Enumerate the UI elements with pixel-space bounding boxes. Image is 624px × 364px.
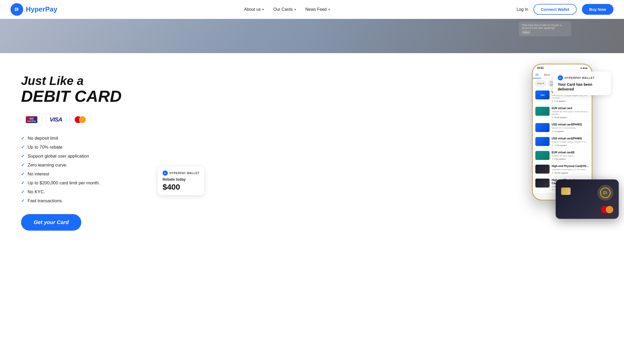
mastercard-on-card bbox=[601, 206, 613, 213]
features-list: ✓ No deposit limit ✓ Up to 70% rebate ✓ … bbox=[21, 136, 147, 204]
physical-card bbox=[556, 179, 619, 219]
notif-rebate-brand: HYPERPAY WALLET bbox=[169, 171, 199, 175]
card-thumb: VISA bbox=[535, 90, 550, 99]
card-thumb bbox=[535, 123, 550, 132]
chevron-down-icon: ▾ bbox=[262, 8, 264, 11]
check-icon: ✓ bbox=[21, 154, 24, 159]
hero-banner: How long does it take to receive a physi… bbox=[0, 19, 624, 53]
buy-now-button[interactable]: Buy Now bbox=[582, 4, 613, 15]
visa-badge: VISA bbox=[45, 113, 67, 126]
list-item: ✓ No deposit limit bbox=[21, 136, 147, 141]
list-item: ✓ Zero learning curve. bbox=[21, 163, 147, 168]
headline: Just Like a DEBIT CARD bbox=[21, 74, 147, 105]
nav-actions: Log In Connect Wallet Buy Now bbox=[517, 4, 613, 15]
card-thumb bbox=[535, 107, 550, 116]
phone-status-bar: 10:51 ● ●●● bbox=[533, 64, 592, 72]
notif-rebate-amount: $400 bbox=[163, 183, 199, 191]
notif-rebate-label: Rebate today bbox=[163, 177, 199, 181]
logo-icon bbox=[11, 3, 23, 16]
list-item: ✓ No KYC. bbox=[21, 189, 147, 195]
list-item: ✓ Fast transactions. bbox=[21, 198, 147, 204]
left-content: Just Like a DEBIT CARD 银联 UnionPay VISA bbox=[21, 69, 147, 231]
card-logos: 银联 UnionPay VISA bbox=[21, 113, 147, 126]
check-icon: ✓ bbox=[21, 171, 24, 176]
log-in-button[interactable]: Log In bbox=[517, 7, 528, 12]
main-section: Just Like a DEBIT CARD 银联 UnionPay VISA bbox=[0, 53, 624, 246]
list-item: ✓ Up to $200,000 card limit per month. bbox=[21, 180, 147, 186]
card-thumb bbox=[535, 137, 550, 146]
headline-line1: Just Like a bbox=[21, 74, 147, 88]
unionpay-logo: 银联 UnionPay bbox=[26, 116, 37, 123]
chevron-down-icon: ▾ bbox=[328, 8, 330, 11]
list-item: ✓ Support global user application bbox=[21, 154, 147, 159]
visa-logo: VISA bbox=[50, 116, 62, 123]
notification-delivered: HYPERPAY WALLET Your Card has been deliv… bbox=[553, 72, 611, 95]
card-logo-circle bbox=[597, 185, 613, 201]
card-info: EUR virtual card(8 Suitable for EEA regi… bbox=[552, 151, 589, 160]
card-thumb bbox=[535, 179, 550, 188]
mastercard-badge bbox=[70, 113, 91, 126]
phone-card-item: USD virtual card(PH493) Simple KYC | $20… bbox=[533, 121, 592, 135]
notif-logo bbox=[558, 75, 563, 80]
check-icon: ✓ bbox=[21, 189, 24, 194]
headline-line2: DEBIT CARD bbox=[21, 88, 147, 105]
phone-card-item: USD virtual card(PH485) Support Google W… bbox=[533, 135, 592, 149]
phone-card-item: EUR virtual card Suitable for EEA region… bbox=[533, 105, 592, 121]
check-icon: ✓ bbox=[21, 180, 24, 185]
connect-wallet-button[interactable]: Connect Wallet bbox=[534, 4, 577, 15]
card-info: EUR virtual card Suitable for EEA region… bbox=[552, 107, 589, 119]
card-thumb bbox=[535, 151, 550, 160]
phone-card-item: High-end Physical Card(VIS... Unlimited … bbox=[533, 163, 592, 176]
unionpay-badge: 银联 UnionPay bbox=[21, 113, 42, 126]
notification-rebate: HYPERPAY WALLET Rebate today $400 bbox=[158, 167, 204, 195]
notif-header: HYPERPAY WALLET bbox=[558, 75, 606, 80]
check-icon: ✓ bbox=[21, 198, 24, 203]
list-item: ✓ Up to 70% rebate bbox=[21, 145, 147, 150]
phone-card-item: EUR virtual card(8 Suitable for EEA regi… bbox=[533, 149, 592, 163]
phone-icons: ● ●●● bbox=[580, 67, 587, 69]
filter-area[interactable]: Area ▾ bbox=[535, 80, 546, 87]
phone-tab-all[interactable]: All bbox=[533, 72, 541, 78]
navbar: HyperPay About us ▾ Our Cards ▾ News Fee… bbox=[0, 0, 624, 19]
phone-time: 10:51 bbox=[537, 67, 544, 69]
list-item: ✓ No interest bbox=[21, 171, 147, 177]
check-icon: ✓ bbox=[21, 163, 24, 168]
notif-brand: HYPERPAY WALLET bbox=[565, 76, 595, 79]
card-info: High-end Physical Card(VIS... Unlimited … bbox=[552, 165, 589, 174]
logo-text: HyperPay bbox=[26, 5, 57, 13]
nav-news-feed[interactable]: News Feed ▾ bbox=[305, 7, 330, 12]
notif-rebate-logo bbox=[163, 170, 168, 176]
card-chip bbox=[561, 188, 571, 195]
chevron-down-icon: ▾ bbox=[294, 8, 296, 11]
card-info: USD virtual card(PH493) Simple KYC | $20… bbox=[552, 123, 589, 133]
card-info: USD virtual card(PH485) Support Google W… bbox=[552, 137, 589, 146]
right-content: HYPERPAY WALLET Your Card has been deliv… bbox=[158, 69, 608, 221]
mastercard-logo bbox=[75, 116, 86, 123]
hyperpay-card-logo bbox=[600, 188, 611, 198]
logo[interactable]: HyperPay bbox=[11, 3, 57, 16]
check-icon: ✓ bbox=[21, 145, 24, 150]
nav-about-us[interactable]: About us ▾ bbox=[244, 7, 264, 12]
get-card-button[interactable]: Get your Card bbox=[21, 214, 81, 231]
nav-our-cards[interactable]: Our Cards ▾ bbox=[273, 7, 296, 12]
nav-links: About us ▾ Our Cards ▾ News Feed ▾ bbox=[244, 7, 330, 12]
card-thumb bbox=[535, 165, 550, 174]
phone-tab-mine[interactable]: Mine bbox=[541, 72, 553, 78]
notif-rebate-header: HYPERPAY WALLET bbox=[163, 170, 199, 176]
check-icon: ✓ bbox=[21, 136, 24, 141]
notif-delivered-message: Your Card has been delivered bbox=[558, 82, 606, 92]
